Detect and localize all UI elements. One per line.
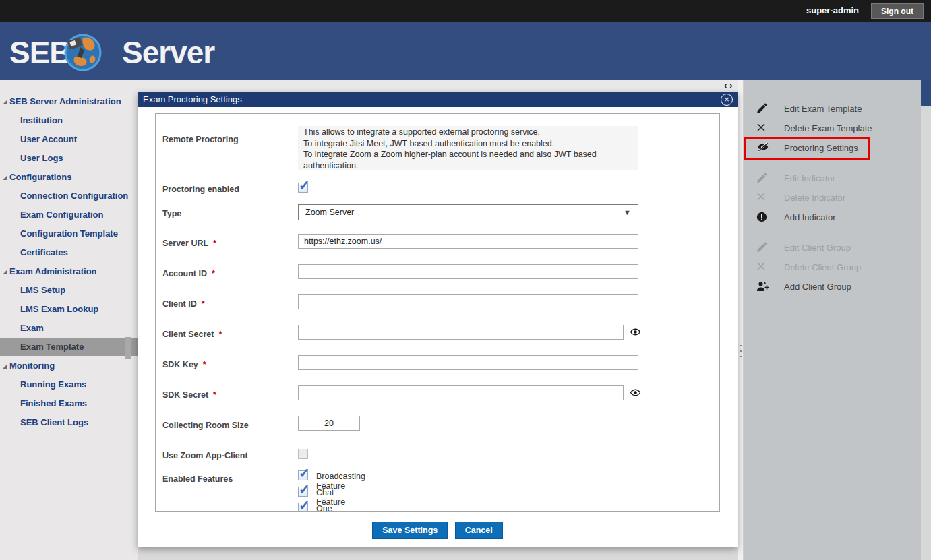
brand-seb-text: SEB (9, 34, 71, 71)
client-id-label: Client ID* (162, 299, 205, 309)
current-user-label: super-admin (806, 5, 859, 15)
account-id-input[interactable] (298, 264, 638, 279)
sidebar-item-user-account[interactable]: User Account (0, 130, 138, 149)
proctoring-enabled-checkbox[interactable] (298, 183, 308, 193)
action-delete-client-group: Delete Client Group (744, 259, 905, 276)
sidebar-item-seb-client-logs[interactable]: SEB Client Logs (0, 413, 138, 432)
sidebar-item-seb-server-administration[interactable]: SEB Server Administration (0, 92, 138, 111)
expand-arrow-icon (3, 270, 7, 274)
server-url-label: Server URL* (162, 239, 216, 248)
header-corner-block (921, 80, 931, 106)
sash-handle[interactable] (740, 341, 742, 361)
brand-header: SEB Server (0, 22, 931, 80)
sidebar-scrollbar-thumb[interactable] (125, 337, 131, 359)
sidebar-item-certificates[interactable]: Certificates (0, 243, 138, 262)
proctoring-enabled-label: Proctoring enabled (162, 185, 239, 194)
sidebar-item-exam[interactable]: Exam (0, 319, 138, 338)
use-zoom-app-client-checkbox[interactable] (298, 449, 308, 459)
sdk-secret-input[interactable] (298, 385, 624, 400)
expand-arrow-icon (3, 365, 7, 369)
sdk-key-input[interactable] (298, 355, 638, 370)
sign-out-button[interactable]: Sign out (871, 3, 924, 19)
action-delete-indicator: Delete Indicator (744, 189, 905, 207)
annotation-highlight-box (744, 137, 870, 160)
remote-proctoring-label: Remote Proctoring (162, 135, 239, 144)
chevron-down-icon: ▼ (624, 205, 631, 220)
eye-icon[interactable] (630, 388, 642, 398)
enabled-features-label: Enabled Features (162, 474, 233, 484)
sdk-key-label: SDK Key* (162, 360, 206, 369)
close-icon[interactable]: × (721, 94, 733, 106)
remote-proctoring-info: This allows to integrate a supported ext… (298, 126, 638, 170)
scroll-right-icon[interactable]: › (728, 80, 733, 90)
person-add-icon (756, 281, 769, 293)
action-delete-exam-template[interactable]: Delete Exam Template (744, 120, 905, 137)
pencil-icon (756, 242, 769, 254)
sdk-secret-label: SDK Secret* (162, 390, 216, 400)
page-scroll-arrows: ‹› (723, 80, 734, 90)
sidebar-item-finished-exams[interactable]: Finished Exams (0, 394, 138, 413)
one-to-one-room-checkbox[interactable] (298, 503, 308, 512)
type-label: Type (162, 209, 181, 218)
x-icon (756, 261, 769, 274)
sidebar-item-institution[interactable]: Institution (0, 111, 138, 130)
sidebar-item-connection-configuration[interactable]: Connection Configuration (0, 187, 138, 206)
seb-globe-logo-icon (63, 32, 102, 71)
pencil-icon (756, 103, 769, 115)
type-select-value: Zoom Server (305, 208, 354, 217)
main-navigation: SEB Server Administration Institution Us… (0, 80, 138, 560)
dialog-title-bar: Exam Proctoring Settings × (138, 92, 738, 107)
action-panel: Edit Exam Template Delete Exam Template … (744, 80, 931, 560)
client-secret-input[interactable] (298, 325, 624, 340)
x-icon (756, 192, 769, 204)
expand-arrow-icon (3, 176, 7, 180)
alert-circle-icon (756, 212, 769, 224)
sidebar-item-configuration-template[interactable]: Configuration Template (0, 224, 138, 243)
collecting-room-size-input[interactable] (298, 416, 360, 431)
dialog-buttons: Save Settings Cancel (138, 522, 738, 539)
top-bar: super-admin Sign out (0, 0, 931, 22)
client-id-input[interactable] (298, 294, 638, 309)
eye-icon[interactable] (630, 328, 642, 337)
brand-server-text: Server (122, 34, 214, 71)
proctoring-form: Remote Proctoring This allows to integra… (155, 113, 720, 512)
action-edit-indicator: Edit Indicator (744, 170, 905, 187)
dialog-title: Exam Proctoring Settings (143, 94, 242, 104)
exam-proctoring-settings-dialog: Exam Proctoring Settings × Remote Procto… (138, 92, 738, 547)
expand-arrow-icon (3, 100, 7, 104)
content-background-bottom (138, 547, 738, 560)
sidebar-item-exam-administration[interactable]: Exam Administration (0, 262, 138, 281)
cancel-button[interactable]: Cancel (455, 522, 503, 539)
panel-edge-strip (921, 106, 931, 560)
client-secret-label: Client Secret* (162, 330, 222, 339)
sidebar-item-user-logs[interactable]: User Logs (0, 149, 138, 168)
action-add-indicator[interactable]: Add Indicator (744, 209, 905, 226)
sidebar-item-lms-exam-lookup[interactable]: LMS Exam Lookup (0, 300, 138, 319)
action-add-client-group[interactable]: Add Client Group (744, 278, 905, 296)
broadcasting-feature-checkbox[interactable] (298, 470, 308, 480)
seb-server-app: super-admin Sign out SEB Server ‹› SEB S… (0, 0, 931, 560)
sidebar-item-exam-configuration[interactable]: Exam Configuration (0, 206, 138, 224)
sidebar-item-running-exams[interactable]: Running Exams (0, 375, 138, 394)
collecting-room-size-label: Collecting Room Size (162, 421, 249, 430)
server-url-input[interactable] (298, 234, 638, 249)
splitter-sash (738, 80, 744, 560)
sidebar-item-lms-setup[interactable]: LMS Setup (0, 281, 138, 300)
pencil-icon (756, 173, 769, 185)
account-id-label: Account ID* (162, 269, 215, 278)
sidebar-item-configurations[interactable]: Configurations (0, 168, 138, 187)
action-edit-exam-template[interactable]: Edit Exam Template (744, 100, 905, 118)
action-edit-client-group: Edit Client Group (744, 239, 905, 257)
chat-feature-checkbox[interactable] (298, 487, 308, 497)
sidebar-item-exam-template[interactable]: Exam Template (0, 338, 138, 356)
x-icon (756, 123, 769, 135)
content-background-top (138, 80, 744, 92)
save-settings-button[interactable]: Save Settings (372, 522, 448, 539)
use-zoom-app-client-label: Use Zoom App-Client (162, 451, 248, 460)
sidebar-item-monitoring[interactable]: Monitoring (0, 356, 138, 375)
type-select[interactable]: Zoom Server ▼ (298, 204, 638, 220)
